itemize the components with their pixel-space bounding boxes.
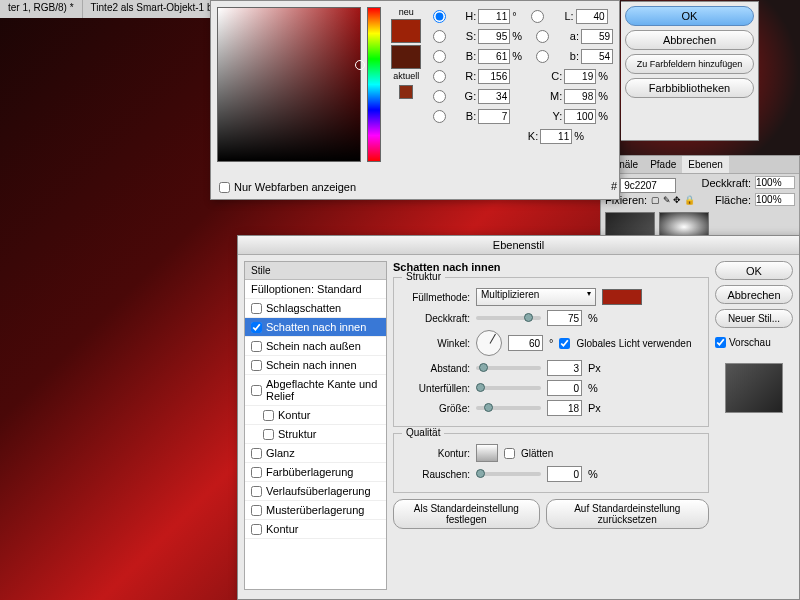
a-radio[interactable] (536, 30, 549, 43)
add-swatch-button[interactable]: Zu Farbfeldern hinzufügen (625, 54, 754, 74)
layer-style-dialog: Ebenenstil Stile Fülloptionen: Standard … (237, 235, 800, 600)
bb-radio[interactable] (433, 110, 446, 123)
bv-field[interactable] (478, 49, 510, 64)
current-color-swatch[interactable] (391, 45, 421, 69)
l-radio[interactable] (531, 10, 544, 23)
g-radio[interactable] (433, 90, 446, 103)
color-libs-button[interactable]: Farbbibliotheken (625, 78, 754, 98)
s-field[interactable] (478, 29, 510, 44)
warning-swatch[interactable] (399, 85, 413, 99)
noise-slider[interactable] (476, 472, 541, 476)
item-gradient-overlay[interactable]: Verlaufsüberlagerung (245, 482, 386, 501)
h-field[interactable] (478, 9, 510, 24)
g-field[interactable] (478, 89, 510, 104)
color-picker-dialog: neu aktuell H:° L: S:% a: B:% b: R: C:% … (210, 0, 620, 200)
doc-tab-1[interactable]: ter 1, RGB/8) * (0, 0, 83, 18)
ok-button[interactable]: OK (625, 6, 754, 26)
size-slider[interactable] (476, 406, 541, 410)
new-style-button[interactable]: Neuer Stil... (715, 309, 793, 328)
make-default-button[interactable]: Als Standardeinstellung festlegen (393, 499, 540, 529)
new-label: neu (399, 7, 414, 17)
color-field-cursor[interactable] (355, 60, 365, 70)
opacity-value[interactable] (547, 310, 582, 326)
bv-radio[interactable] (433, 50, 446, 63)
item-bevel[interactable]: Abgeflachte Kante und Relief (245, 375, 386, 406)
distance-value[interactable] (547, 360, 582, 376)
doc-tab-2[interactable]: Tinte2 als Smart-Objekt-1 bei (83, 0, 230, 18)
current-label: aktuell (393, 71, 419, 81)
h-radio[interactable] (433, 10, 446, 23)
item-texture[interactable]: Struktur (245, 425, 386, 444)
b-field[interactable] (581, 49, 613, 64)
opacity-slider[interactable] (476, 316, 541, 320)
global-light-checkbox[interactable] (559, 338, 570, 349)
c-field[interactable] (564, 69, 596, 84)
item-satin[interactable]: Glanz (245, 444, 386, 463)
blend-mode-select[interactable]: Multiplizieren (476, 288, 596, 306)
cancel-button[interactable]: Abbrechen (625, 30, 754, 50)
web-only-checkbox[interactable] (219, 182, 230, 193)
spread-value[interactable] (547, 380, 582, 396)
lock-icons[interactable]: ▢ ✎ ✥ 🔒 (651, 195, 695, 205)
m-field[interactable] (564, 89, 596, 104)
bb-field[interactable] (478, 109, 510, 124)
web-only-label: Nur Webfarben anzeigen (234, 181, 356, 193)
angle-dial[interactable] (476, 330, 502, 356)
style-list: Stile Fülloptionen: Standard Schlagschat… (244, 261, 387, 590)
color-field[interactable] (217, 7, 361, 162)
hex-field[interactable] (620, 178, 676, 193)
hue-strip[interactable] (367, 7, 382, 162)
r-radio[interactable] (433, 70, 446, 83)
l-field[interactable] (576, 9, 608, 24)
item-outer-glow[interactable]: Schein nach außen (245, 337, 386, 356)
r-field[interactable] (478, 69, 510, 84)
s-radio[interactable] (433, 30, 446, 43)
tab-paths[interactable]: Pfade (644, 156, 682, 173)
spread-slider[interactable] (476, 386, 541, 390)
antialias-checkbox[interactable] (504, 448, 515, 459)
item-drop-shadow[interactable]: Schlagschatten (245, 299, 386, 318)
style-settings: Schatten nach innen Struktur Füllmethode… (387, 255, 715, 596)
angle-value[interactable] (508, 335, 543, 351)
item-contour[interactable]: Kontur (245, 406, 386, 425)
k-field[interactable] (540, 129, 572, 144)
item-fill-options[interactable]: Fülloptionen: Standard (245, 280, 386, 299)
noise-value[interactable] (547, 466, 582, 482)
size-value[interactable] (547, 400, 582, 416)
ls-cancel-button[interactable]: Abbrechen (715, 285, 793, 304)
item-inner-shadow[interactable]: Schatten nach innen (245, 318, 386, 337)
item-pattern-overlay[interactable]: Musterüberlagerung (245, 501, 386, 520)
layers-panel: Kanäle Pfade Ebenen alDeckkraft: Fixiere… (600, 155, 800, 247)
contour-picker[interactable] (476, 444, 498, 462)
fill-field[interactable] (755, 193, 795, 206)
shadow-color-chip[interactable] (602, 289, 642, 305)
preview-checkbox[interactable] (715, 337, 726, 348)
a-field[interactable] (581, 29, 613, 44)
item-color-overlay[interactable]: Farbüberlagerung (245, 463, 386, 482)
document-tabs: ter 1, RGB/8) * Tinte2 als Smart-Objekt-… (0, 0, 229, 18)
item-inner-glow[interactable]: Schein nach innen (245, 356, 386, 375)
distance-slider[interactable] (476, 366, 541, 370)
new-color-swatch[interactable] (391, 19, 421, 43)
ls-ok-button[interactable]: OK (715, 261, 793, 280)
b-radio[interactable] (536, 50, 549, 63)
item-stroke[interactable]: Kontur (245, 520, 386, 539)
opacity-field[interactable] (755, 176, 795, 189)
dialog-title: Ebenenstil (238, 236, 799, 255)
preview-thumb (725, 363, 783, 413)
tab-layers[interactable]: Ebenen (682, 156, 728, 173)
y-field[interactable] (564, 109, 596, 124)
reset-default-button[interactable]: Auf Standardeinstellung zurücksetzen (546, 499, 709, 529)
